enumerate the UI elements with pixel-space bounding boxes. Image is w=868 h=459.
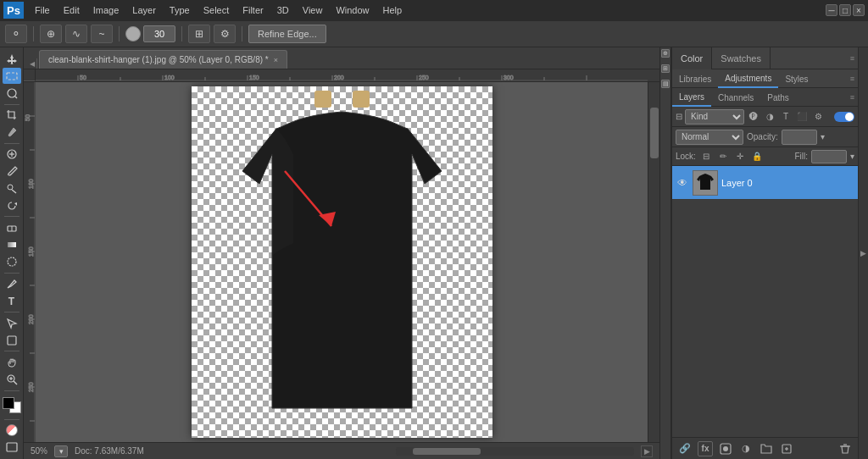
- tool-screen-mode[interactable]: [3, 440, 21, 456]
- horizontal-scrollbar[interactable]: [396, 447, 634, 456]
- tool-spot-heal[interactable]: [3, 147, 21, 163]
- tool-crop[interactable]: [3, 107, 21, 123]
- menu-window[interactable]: Window: [330, 3, 375, 17]
- tool-lasso-mode[interactable]: ∿: [65, 25, 87, 43]
- add-layer-style-button[interactable]: fx: [698, 441, 713, 456]
- brush-size-input[interactable]: 30: [143, 25, 175, 42]
- tool-move[interactable]: [3, 51, 21, 67]
- new-group-button[interactable]: [759, 441, 774, 456]
- lock-all[interactable]: 🔒: [750, 150, 764, 163]
- lock-position[interactable]: ✛: [733, 150, 747, 163]
- tool-eyedropper[interactable]: [3, 124, 21, 141]
- panel-strip: ⊕ ⊞ ▤: [659, 47, 671, 459]
- canvas-tab-active[interactable]: clean-blank-shirt-hanger (1).jpg @ 50% (…: [39, 50, 287, 69]
- panel-strip-icon-1[interactable]: ⊕: [661, 49, 670, 58]
- menu-select[interactable]: Select: [198, 3, 236, 17]
- sub-tab-libraries[interactable]: Libraries: [672, 69, 718, 88]
- panel-strip-icon-3[interactable]: ▤: [661, 80, 670, 88]
- tab-layers[interactable]: Layers: [672, 88, 711, 107]
- tool-history-brush[interactable]: [3, 197, 21, 213]
- svg-text:200: 200: [334, 75, 344, 80]
- layer-visibility-toggle[interactable]: 👁: [676, 176, 689, 190]
- tool-settings-icon[interactable]: ⚙: [214, 25, 236, 43]
- vertical-scrollbar[interactable]: [648, 82, 659, 442]
- layers-menu-icon[interactable]: ≡: [850, 93, 854, 102]
- right-panel-collapse[interactable]: ▶: [858, 47, 868, 459]
- delete-layer-button[interactable]: [837, 441, 853, 456]
- panel-collapse-icon[interactable]: ≡: [850, 54, 854, 63]
- tab-paths[interactable]: Paths: [760, 88, 796, 107]
- menu-3d[interactable]: 3D: [271, 3, 295, 17]
- tab-channels[interactable]: Channels: [711, 88, 760, 107]
- tool-layers-icon[interactable]: ⊞: [188, 25, 210, 43]
- tool-text[interactable]: T: [3, 293, 21, 309]
- maximize-button[interactable]: □: [839, 4, 851, 16]
- tool-hand[interactable]: [3, 354, 21, 370]
- tool-separator-2: [4, 143, 19, 144]
- tool-eraser[interactable]: [3, 219, 21, 235]
- menu-file[interactable]: File: [29, 3, 56, 17]
- tool-path-select[interactable]: [3, 315, 21, 331]
- tool-separator-3: [4, 216, 19, 217]
- tool-blur[interactable]: [3, 254, 21, 270]
- fg-bg-color-picker[interactable]: [3, 397, 21, 413]
- menu-layer[interactable]: Layer: [126, 3, 162, 17]
- canvas-viewport[interactable]: [36, 82, 648, 442]
- tool-gradient[interactable]: [3, 237, 21, 253]
- close-button[interactable]: ×: [853, 4, 865, 16]
- panel-strip-icon-2[interactable]: ⊞: [661, 64, 670, 73]
- vertical-scrollbar-thumb[interactable]: [650, 108, 659, 158]
- tool-quickmask[interactable]: [3, 423, 21, 439]
- filter-icon-sc[interactable]: ⚙: [811, 110, 825, 124]
- sub-tab-styles[interactable]: Styles: [778, 69, 815, 88]
- opacity-dropdown-icon[interactable]: ▾: [821, 132, 825, 141]
- scroll-right-button[interactable]: ▶: [641, 445, 653, 457]
- menu-type[interactable]: Type: [164, 3, 196, 17]
- lock-bar: Lock: ⊟ ✏ ✛ 🔒 Fill: 100% ▾: [672, 147, 858, 166]
- filter-icon-adj[interactable]: ◑: [763, 110, 776, 124]
- opacity-input[interactable]: 100%: [782, 130, 817, 145]
- fill-input[interactable]: 100%: [811, 150, 847, 163]
- filter-kind-select[interactable]: Kind: [685, 109, 744, 124]
- new-layer-button[interactable]: [779, 441, 794, 456]
- tool-lasso[interactable]: [3, 68, 21, 84]
- lock-image-pixels[interactable]: ✏: [716, 150, 730, 163]
- tool-shape[interactable]: [3, 332, 21, 348]
- tool-stamp[interactable]: [3, 180, 21, 196]
- blend-mode-select[interactable]: Normal: [676, 130, 743, 145]
- sub-tab-adjustments[interactable]: Adjustments: [718, 69, 778, 88]
- zoom-menu-button[interactable]: ▾: [54, 445, 68, 457]
- tool-brush-round[interactable]: ⚬: [5, 25, 27, 43]
- document-canvas[interactable]: [192, 86, 492, 438]
- tab-color[interactable]: Color: [672, 47, 712, 69]
- tool-erase-mode[interactable]: ⊕: [40, 25, 62, 43]
- lock-transparent-pixels[interactable]: ⊟: [699, 150, 713, 163]
- tool-brush[interactable]: [3, 163, 21, 180]
- refine-edge-button[interactable]: Refine Edge...: [248, 25, 326, 43]
- menu-view[interactable]: View: [297, 3, 329, 17]
- menu-help[interactable]: Help: [377, 3, 409, 17]
- sub-tab-menu-icon[interactable]: ≡: [850, 75, 854, 83]
- layer-item-0[interactable]: 👁 Layer 0: [672, 166, 858, 200]
- tool-smooth-mode[interactable]: ~: [91, 25, 113, 43]
- minimize-button[interactable]: ─: [826, 4, 837, 16]
- foreground-color[interactable]: [3, 397, 14, 409]
- add-mask-button[interactable]: [718, 441, 733, 456]
- filter-toggle-btn[interactable]: [834, 112, 854, 122]
- filter-icon-type[interactable]: T: [779, 110, 793, 124]
- horizontal-scrollbar-thumb[interactable]: [413, 448, 481, 455]
- menu-filter[interactable]: Filter: [236, 3, 269, 17]
- filter-icon-shape[interactable]: ⬛: [795, 110, 809, 124]
- tool-zoom[interactable]: [3, 371, 21, 387]
- menu-image[interactable]: Image: [87, 3, 125, 17]
- filter-icon-px[interactable]: 🅟: [747, 110, 760, 124]
- tab-swatches[interactable]: Swatches: [712, 47, 771, 69]
- tab-scroll-left[interactable]: ◀: [27, 58, 37, 69]
- tool-pen[interactable]: [3, 276, 21, 292]
- tool-quick-select[interactable]: [3, 85, 21, 101]
- new-fill-layer-button[interactable]: ◑: [738, 441, 754, 456]
- menu-edit[interactable]: Edit: [58, 3, 86, 17]
- fill-dropdown-icon[interactable]: ▾: [850, 152, 854, 161]
- tab-close-button[interactable]: ×: [274, 56, 278, 64]
- link-layers-button[interactable]: 🔗: [677, 441, 693, 456]
